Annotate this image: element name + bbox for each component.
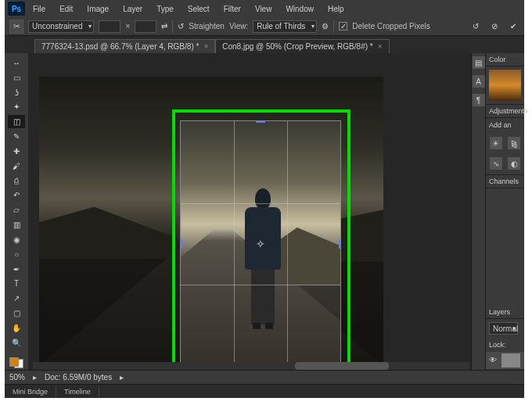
crop-tool[interactable]: ◫ — [8, 115, 25, 128]
crop-handle-right[interactable] — [339, 239, 341, 249]
crop-handle-left[interactable] — [180, 239, 182, 249]
adjustment-brightness-icon[interactable]: ☀ — [490, 137, 502, 149]
crop-tool-icon[interactable]: ✂ — [9, 20, 23, 34]
lasso-tool[interactable]: ʖ — [8, 86, 25, 99]
gradient-tool[interactable]: ▥ — [8, 218, 25, 231]
overlay-settings-icon[interactable]: ⚙ — [322, 22, 329, 30]
rule-of-thirds-line — [181, 285, 340, 285]
delete-cropped-checkbox[interactable]: ✓ — [339, 22, 347, 30]
close-tab-icon[interactable]: × — [378, 42, 383, 51]
paragraph-panel-icon[interactable]: ¶ — [473, 94, 485, 106]
brush-tool[interactable]: 🖌 — [8, 159, 25, 173]
bottom-panel-tabs: Mini Bridge Timeline — [5, 384, 524, 398]
lock-label: Lock: — [486, 338, 524, 352]
crop-height-input[interactable] — [135, 20, 156, 33]
color-swatches[interactable] — [8, 356, 25, 371]
arrow-icon[interactable]: ▸ — [33, 373, 37, 382]
shape-tool[interactable]: ▢ — [8, 306, 25, 320]
adjustment-curves-icon[interactable]: ∿ — [490, 157, 502, 170]
document-tab[interactable]: 7776324-13.psd @ 66.7% (Layer 4, RGB/8) … — [34, 39, 215, 53]
scrollbar-thumb[interactable] — [295, 362, 389, 370]
heal-tool[interactable]: ✚ — [8, 145, 25, 158]
close-tab-icon[interactable]: × — [203, 42, 208, 51]
menu-image[interactable]: Image — [81, 2, 115, 16]
document-tab-bar: 7776324-13.psd @ 66.7% (Layer 4, RGB/8) … — [5, 36, 524, 53]
rule-of-thirds-line — [181, 203, 340, 204]
history-panel-icon[interactable]: ▤ — [473, 56, 485, 69]
foreground-color-swatch[interactable] — [9, 357, 19, 367]
pen-tool[interactable]: ✒ — [8, 263, 25, 276]
view-label: View: — [229, 22, 248, 30]
commit-crop-icon[interactable]: ✔ — [507, 20, 519, 33]
delete-cropped-label: Delete Cropped Pixels — [352, 22, 430, 30]
layers-panel-header[interactable]: Layers — [486, 306, 524, 319]
move-tool[interactable]: ↔ — [8, 56, 25, 70]
channels-panel-header[interactable]: Channels — [486, 175, 524, 188]
color-panel-header[interactable]: Color — [486, 53, 524, 66]
tab-label: 7776324-13.psd @ 66.7% (Layer 4, RGB/8) … — [41, 42, 199, 51]
straighten-button[interactable]: Straighten — [189, 22, 225, 30]
crop-handle-top-right[interactable] — [331, 120, 341, 131]
cancel-crop-icon[interactable]: ⊘ — [488, 20, 501, 33]
menu-window[interactable]: Window — [279, 2, 320, 16]
blur-tool[interactable]: ◉ — [8, 233, 25, 246]
rule-of-thirds-line — [287, 121, 288, 367]
menu-filter[interactable]: Filter — [217, 2, 247, 16]
swap-dimensions-button[interactable]: ⇄ — [161, 22, 167, 30]
path-tool[interactable]: ↗ — [8, 292, 25, 305]
status-bar: 50% ▸ Doc: 6.59M/0 bytes ▸ — [5, 370, 524, 384]
document-tab[interactable]: Con8.jpg @ 50% (Crop Preview, RGB/8#) * … — [215, 39, 389, 53]
menu-bar: Ps File Edit Image Layer Type Select Fil… — [5, 0, 524, 17]
separator — [172, 20, 173, 33]
add-adjustment-label: Add an — [486, 118, 524, 132]
reset-crop-icon[interactable]: ↺ — [469, 20, 482, 33]
menu-type[interactable]: Type — [150, 2, 180, 16]
menu-layer[interactable]: Layer — [117, 2, 149, 16]
adjustment-exposure-icon[interactable]: ◐ — [508, 157, 520, 170]
color-picker[interactable] — [489, 70, 521, 101]
layer-row[interactable]: 👁 — [486, 352, 524, 370]
overlay-dropdown[interactable]: Rule of Thirds — [253, 20, 317, 33]
menu-select[interactable]: Select — [182, 2, 216, 16]
adjustment-levels-icon[interactable]: ⧎ — [508, 137, 520, 149]
zoom-level[interactable]: 50% — [9, 373, 25, 382]
stamp-tool[interactable]: ⎙ — [8, 174, 25, 188]
layer-visibility-icon[interactable]: 👁 — [489, 356, 498, 365]
type-tool[interactable]: T — [8, 277, 25, 290]
options-bar: ✂ Unconstrained × ⇄ ↺ Straighten View: R… — [5, 17, 524, 36]
arrow-icon[interactable]: ▸ — [120, 373, 124, 382]
hand-tool[interactable]: ✋ — [8, 321, 25, 335]
collapsed-panel-strip: ▤ A ¶ — [471, 53, 485, 370]
adjustments-panel-header[interactable]: Adjustments — [486, 105, 524, 118]
dodge-tool[interactable]: ○ — [8, 248, 25, 261]
crop-handle-top[interactable] — [256, 120, 265, 123]
layer-thumbnail[interactable] — [501, 353, 520, 367]
photoshop-window: Ps File Edit Image Layer Type Select Fil… — [5, 0, 524, 398]
marquee-tool[interactable]: ▭ — [8, 71, 25, 84]
history-brush-tool[interactable]: ↶ — [8, 188, 25, 202]
zoom-tool[interactable]: 🔍 — [8, 336, 25, 349]
menu-edit[interactable]: Edit — [53, 2, 79, 16]
dimension-separator: × — [125, 22, 130, 30]
crop-width-input[interactable] — [99, 20, 120, 33]
menu-view[interactable]: View — [249, 2, 279, 16]
mini-bridge-tab[interactable]: Mini Bridge — [5, 386, 56, 397]
timeline-tab[interactable]: Timeline — [56, 386, 99, 397]
horizontal-scrollbar[interactable] — [33, 362, 469, 370]
crop-box[interactable]: ✧ — [180, 120, 341, 367]
workspace: ↔ ▭ ʖ ✦ ◫ ✎ ✚ 🖌 ⎙ ↶ ▱ ▥ ◉ ○ ✒ T ↗ ▢ ✋ 🔍 — [5, 53, 524, 370]
canvas-area[interactable]: ✧ — [28, 53, 471, 370]
aspect-ratio-dropdown[interactable]: Unconstrained — [28, 20, 94, 33]
eyedropper-tool[interactable]: ✎ — [8, 130, 25, 143]
character-panel-icon[interactable]: A — [473, 75, 485, 88]
right-panel-dock: Color Adjustments Add an ☀ ⧎ ∿ ◐ Channel… — [485, 53, 524, 370]
reset-icon[interactable]: ↺ — [178, 22, 184, 30]
crop-handle-top-left[interactable] — [180, 120, 190, 131]
document-image: ✧ — [39, 77, 383, 366]
document-size[interactable]: Doc: 6.59M/0 bytes — [45, 373, 112, 382]
wand-tool[interactable]: ✦ — [8, 100, 25, 113]
menu-help[interactable]: Help — [322, 2, 350, 16]
eraser-tool[interactable]: ▱ — [8, 203, 25, 217]
menu-file[interactable]: File — [27, 2, 52, 16]
blend-mode-dropdown[interactable]: Normal — [489, 322, 518, 335]
